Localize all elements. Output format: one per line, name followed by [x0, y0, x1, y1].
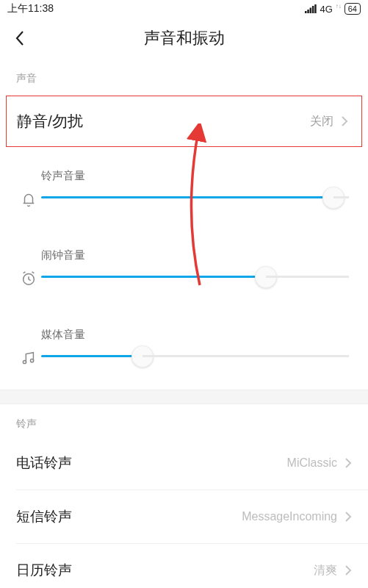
music-icon: [16, 328, 41, 366]
bell-icon: [16, 169, 41, 207]
slider-row-alarm: 闹钟音量: [0, 231, 368, 310]
row-right: 清爽: [314, 563, 352, 578]
status-bar: 上午11:38 4G ↑↓ 64: [0, 0, 368, 18]
section-header-sound: 声音: [0, 59, 368, 91]
volume-slider[interactable]: [41, 276, 349, 278]
row-right: MiClassic: [287, 456, 352, 470]
row-right: 关闭: [310, 114, 348, 129]
status-right: 4G ↑↓ 64: [305, 3, 361, 15]
chevron-right-icon: [344, 511, 352, 523]
svg-rect-3: [312, 6, 314, 13]
row-value: MiClassic: [287, 456, 337, 470]
svg-point-7: [30, 359, 33, 362]
header: 声音和振动: [0, 18, 368, 59]
slider-thumb[interactable]: [131, 345, 154, 368]
row-value: MessageIncoming: [242, 510, 337, 523]
slider-thumb[interactable]: [322, 187, 344, 209]
slider-label: 闹钟音量: [41, 248, 349, 262]
svg-rect-4: [315, 4, 317, 13]
silent-dnd-row[interactable]: 静音/勿扰 关闭: [6, 96, 362, 147]
chevron-right-icon: [341, 115, 348, 127]
slider-label: 媒体音量: [41, 328, 349, 342]
row-label: 短信铃声: [16, 507, 72, 526]
svg-point-6: [23, 360, 26, 363]
slider-thumb[interactable]: [255, 266, 277, 288]
signal-icon: [305, 4, 317, 13]
alarm-icon: [16, 248, 41, 287]
status-time: 上午11:38: [7, 2, 54, 15]
page-title: 声音和振动: [0, 27, 368, 49]
volume-slider[interactable]: [41, 196, 349, 198]
row-label: 日历铃声: [16, 561, 72, 580]
ringtone-row[interactable]: 电话铃声 MiClassic: [0, 437, 368, 490]
slider-row-bell: 铃声音量: [0, 151, 368, 231]
section-header-ringtone: 铃声: [0, 404, 368, 437]
silent-dnd-value: 关闭: [310, 114, 333, 129]
volume-slider[interactable]: [41, 355, 349, 357]
svg-rect-2: [310, 8, 312, 14]
svg-rect-0: [305, 11, 307, 13]
row-right: MessageIncoming: [242, 510, 352, 523]
chevron-left-icon: [14, 29, 27, 47]
row-value: 清爽: [314, 563, 337, 578]
slider-row-music: 媒体音量: [0, 310, 368, 390]
battery-badge: 64: [344, 3, 361, 15]
chevron-right-icon: [344, 457, 352, 469]
ringtone-row[interactable]: 日历铃声 清爽: [0, 544, 368, 588]
slider-label: 铃声音量: [41, 169, 349, 183]
chevron-right-icon: [344, 564, 352, 576]
section-gap: [0, 390, 368, 404]
back-button[interactable]: [0, 18, 41, 59]
row-label: 电话铃声: [16, 453, 72, 473]
svg-rect-1: [308, 10, 310, 13]
ringtone-row[interactable]: 短信铃声 MessageIncoming: [0, 490, 368, 543]
silent-dnd-label: 静音/勿扰: [17, 111, 83, 132]
network-label: 4G: [320, 4, 332, 15]
